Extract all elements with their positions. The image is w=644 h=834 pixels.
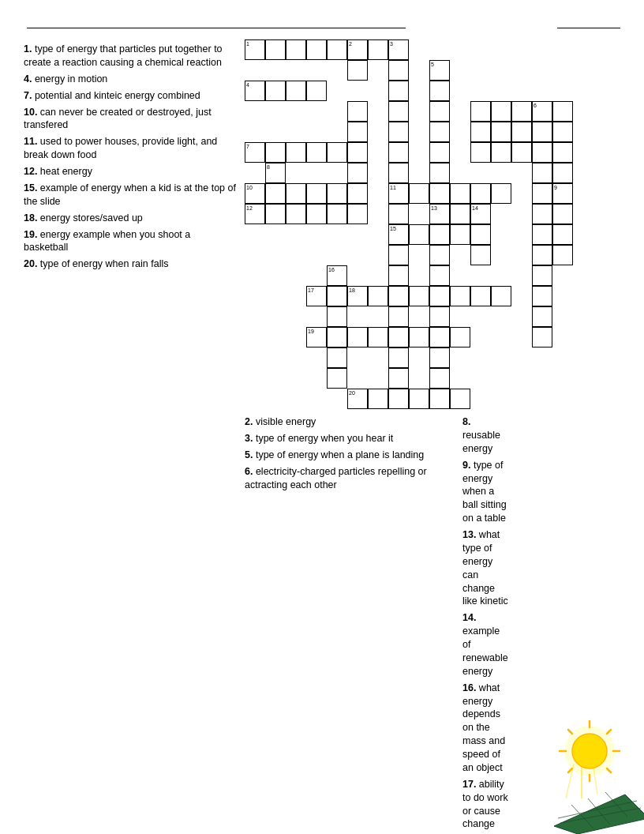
grid-cell[interactable] [552, 101, 573, 122]
grid-cell[interactable] [286, 81, 306, 101]
grid-cell[interactable] [470, 286, 491, 306]
grid-cell[interactable] [388, 245, 409, 265]
crossword-grid[interactable]: 1235467810119121314151617181920 [245, 39, 573, 409]
grid-cell[interactable] [265, 81, 286, 101]
grid-cell[interactable] [409, 327, 429, 348]
grid-cell[interactable] [347, 60, 368, 81]
grid-cell[interactable]: 14 [470, 204, 491, 224]
grid-cell[interactable] [552, 204, 573, 224]
grid-cell[interactable] [470, 245, 491, 265]
grid-cell[interactable] [327, 286, 347, 306]
grid-cell[interactable] [306, 183, 327, 204]
grid-cell[interactable]: 11 [388, 183, 409, 204]
grid-cell[interactable] [368, 327, 388, 348]
grid-cell[interactable] [327, 306, 347, 327]
grid-cell[interactable] [265, 39, 286, 60]
grid-cell[interactable] [306, 142, 327, 163]
grid-cell[interactable] [388, 142, 409, 163]
grid-cell[interactable] [388, 286, 409, 306]
grid-cell[interactable] [532, 204, 552, 224]
grid-cell[interactable] [286, 183, 306, 204]
grid-cell[interactable]: 12 [245, 204, 265, 224]
grid-cell[interactable] [552, 245, 573, 265]
grid-cell[interactable] [429, 286, 450, 306]
grid-cell[interactable] [306, 81, 327, 101]
name-field[interactable] [27, 16, 406, 28]
grid-cell[interactable] [429, 224, 450, 245]
grid-cell[interactable] [368, 286, 388, 306]
grid-cell[interactable] [552, 163, 573, 183]
grid-cell[interactable] [347, 183, 368, 204]
grid-cell[interactable] [532, 183, 552, 204]
grid-cell[interactable] [347, 204, 368, 224]
grid-cell[interactable]: 1 [245, 39, 265, 60]
grid-cell[interactable] [532, 327, 552, 348]
grid-cell[interactable] [409, 224, 429, 245]
grid-cell[interactable] [532, 265, 552, 286]
grid-cell[interactable] [429, 81, 450, 101]
grid-cell[interactable] [347, 101, 368, 122]
grid-cell[interactable]: 4 [245, 81, 265, 101]
grid-cell[interactable] [306, 39, 327, 60]
grid-cell[interactable] [388, 348, 409, 368]
grid-cell[interactable] [429, 389, 450, 409]
grid-cell[interactable] [470, 224, 491, 245]
grid-cell[interactable] [388, 163, 409, 183]
grid-cell[interactable] [470, 142, 491, 163]
grid-cell[interactable]: 5 [429, 60, 450, 81]
grid-cell[interactable] [368, 39, 388, 60]
grid-cell[interactable] [491, 286, 511, 306]
grid-cell[interactable] [388, 389, 409, 409]
grid-cell[interactable] [409, 389, 429, 409]
grid-cell[interactable] [388, 81, 409, 101]
grid-cell[interactable] [388, 265, 409, 286]
grid-cell[interactable] [388, 204, 409, 224]
grid-cell[interactable] [327, 368, 347, 389]
grid-cell[interactable] [552, 224, 573, 245]
grid-cell[interactable] [327, 348, 347, 368]
grid-cell[interactable] [532, 163, 552, 183]
grid-cell[interactable] [347, 142, 368, 163]
grid-cell[interactable] [450, 183, 470, 204]
grid-cell[interactable] [347, 327, 368, 348]
grid-cell[interactable] [327, 327, 347, 348]
grid-cell[interactable]: 3 [388, 39, 409, 60]
grid-cell[interactable] [470, 101, 491, 122]
grid-cell[interactable] [388, 122, 409, 142]
grid-cell[interactable] [429, 142, 450, 163]
grid-cell[interactable] [327, 39, 347, 60]
grid-cell[interactable] [388, 60, 409, 81]
grid-cell[interactable] [491, 142, 511, 163]
grid-cell[interactable] [532, 245, 552, 265]
grid-cell[interactable]: 13 [429, 204, 450, 224]
grid-cell[interactable] [429, 163, 450, 183]
grid-cell[interactable] [532, 224, 552, 245]
grid-cell[interactable] [429, 368, 450, 389]
grid-cell[interactable] [450, 224, 470, 245]
date-field[interactable] [557, 16, 620, 28]
grid-cell[interactable]: 2 [347, 39, 368, 60]
grid-cell[interactable] [388, 368, 409, 389]
grid-cell[interactable] [265, 183, 286, 204]
grid-cell[interactable] [286, 204, 306, 224]
grid-cell[interactable] [491, 122, 511, 142]
grid-cell[interactable] [532, 286, 552, 306]
grid-cell[interactable] [388, 306, 409, 327]
grid-cell[interactable] [327, 183, 347, 204]
grid-cell[interactable] [429, 122, 450, 142]
grid-cell[interactable]: 19 [306, 327, 327, 348]
grid-cell[interactable]: 9 [552, 183, 573, 204]
grid-cell[interactable] [388, 327, 409, 348]
grid-cell[interactable] [286, 142, 306, 163]
grid-cell[interactable] [450, 286, 470, 306]
grid-cell[interactable]: 7 [245, 142, 265, 163]
grid-cell[interactable] [429, 327, 450, 348]
grid-cell[interactable] [491, 101, 511, 122]
grid-cell[interactable] [306, 204, 327, 224]
grid-cell[interactable] [388, 101, 409, 122]
grid-cell[interactable] [429, 101, 450, 122]
grid-cell[interactable] [286, 39, 306, 60]
grid-cell[interactable]: 16 [327, 265, 347, 286]
grid-cell[interactable] [368, 389, 388, 409]
grid-cell[interactable] [491, 183, 511, 204]
